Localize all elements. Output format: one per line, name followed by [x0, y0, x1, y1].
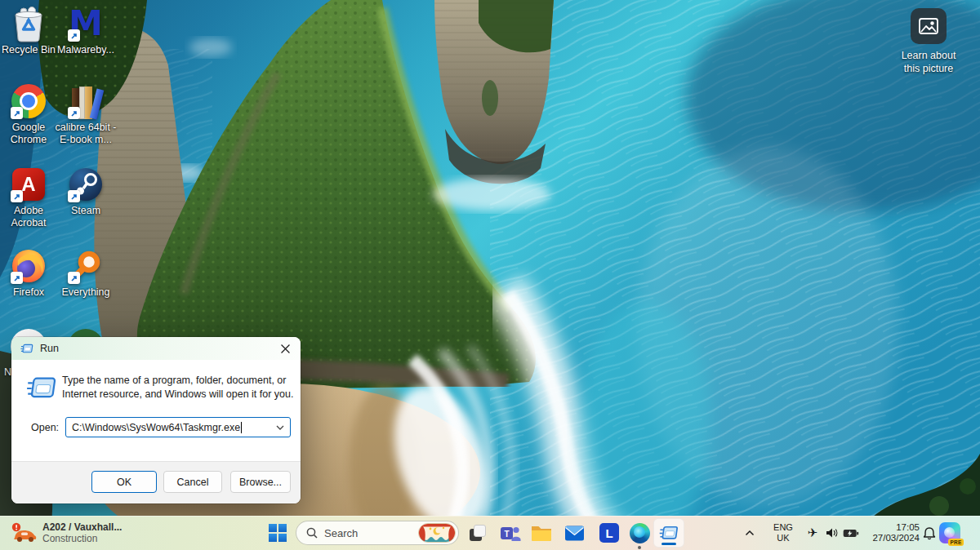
svg-text:T: T — [504, 530, 509, 539]
text-caret — [241, 422, 242, 433]
task-view-button[interactable] — [467, 522, 488, 543]
open-label: Open: — [31, 422, 59, 433]
search-icon — [306, 527, 318, 539]
shortcut-arrow-icon — [11, 190, 23, 202]
edge-icon — [630, 523, 650, 543]
cancel-button[interactable]: Cancel — [163, 471, 222, 493]
adobe-acrobat-icon: A — [10, 166, 47, 203]
shortcut-arrow-icon — [11, 107, 23, 119]
mail-app-button[interactable] — [564, 522, 585, 543]
airplane-icon: ✈ — [808, 526, 818, 540]
language-indicator[interactable]: ENG UK — [771, 522, 795, 543]
spotlight-learn-about-picture[interactable]: Learn about this picture — [892, 8, 965, 75]
close-icon — [281, 344, 290, 353]
run-window-icon — [20, 344, 33, 354]
chevron-down-icon[interactable] — [276, 425, 284, 430]
chevron-up-icon — [745, 530, 755, 536]
volume-button[interactable] — [823, 522, 840, 543]
desktop-icon-label: Steam — [71, 205, 100, 217]
teams-icon: T — [500, 522, 521, 543]
desktop-icon-label: Malwareby... — [57, 44, 114, 56]
firefox-icon — [10, 247, 47, 285]
picture-icon — [911, 8, 947, 44]
l-app-icon: L — [599, 523, 619, 543]
close-button[interactable] — [270, 337, 301, 360]
notifications-button[interactable] — [921, 522, 938, 543]
mail-icon — [564, 526, 585, 541]
search-box[interactable]: Search — [296, 521, 459, 545]
copilot-button[interactable]: PRE — [939, 522, 960, 543]
copilot-pre-badge: PRE — [948, 539, 964, 546]
search-placeholder: Search — [324, 527, 358, 539]
active-app-indicator — [662, 543, 676, 545]
shortcut-arrow-icon — [68, 190, 80, 202]
file-explorer-button[interactable] — [531, 522, 552, 543]
run-dialog: Run Type the name of a program, folder, … — [11, 337, 301, 503]
desktop-icon-label: Everything — [61, 286, 109, 299]
recycle-bin-icon — [10, 5, 47, 42]
speaker-icon — [825, 527, 838, 539]
calibre-icon — [67, 82, 105, 120]
traffic-car-icon — [11, 522, 37, 544]
run-dialog-message: Type the name of a program, folder, docu… — [62, 374, 294, 401]
open-input-value: C:\Windows\SysWow64\Taskmgr.exe — [72, 422, 240, 433]
widgets-button[interactable]: A202 / Vauxhall... Construction — [7, 518, 126, 548]
desktop-icon-malwarebytes[interactable]: M Malwareby... — [45, 5, 127, 56]
shortcut-arrow-icon — [11, 272, 23, 284]
steam-icon — [67, 166, 105, 203]
open-input[interactable]: C:\Windows\SysWow64\Taskmgr.exe — [65, 417, 291, 437]
bell-icon — [923, 526, 936, 540]
desktop-icon-calibre[interactable]: calibre 64bit - E-book m... — [45, 82, 127, 146]
language-line2: UK — [771, 533, 795, 543]
shortcut-arrow-icon — [68, 29, 80, 42]
l-app-button[interactable]: L — [599, 522, 620, 543]
run-dialog-footer: OK Cancel Browse... — [11, 461, 301, 503]
widget-headline: A202 / Vauxhall... — [42, 521, 122, 533]
teams-app-button[interactable]: T — [500, 522, 521, 543]
desktop-icon-steam[interactable]: Steam — [45, 166, 127, 217]
ok-button[interactable]: OK — [91, 471, 157, 493]
run-dialog-titlebar[interactable]: Run — [11, 337, 301, 360]
copilot-icon — [944, 527, 955, 538]
run-dialog-title: Run — [40, 343, 59, 354]
taskbar: A202 / Vauxhall... Construction Search — [0, 516, 980, 550]
start-button[interactable] — [260, 520, 296, 546]
tray-time: 17:05 — [859, 522, 920, 533]
edge-browser-button[interactable] — [629, 522, 650, 543]
spotlight-label: Learn about this picture — [894, 49, 963, 75]
airplane-mode-button[interactable]: ✈ — [804, 522, 822, 543]
run-dialog-body: Type the name of a program, folder, docu… — [11, 360, 301, 461]
partial-icon-label: N — [4, 366, 11, 378]
windows-logo-icon — [269, 524, 287, 542]
language-line1: ENG — [771, 522, 795, 533]
edge-running-indicator — [638, 546, 641, 549]
desktop-icon-label: Firefox — [13, 286, 44, 299]
search-highlight-button[interactable] — [418, 523, 456, 543]
shortcut-arrow-icon — [68, 272, 80, 284]
file-explorer-icon — [531, 524, 552, 542]
malwarebytes-icon: M — [67, 5, 105, 42]
google-chrome-icon — [10, 82, 47, 120]
desktop-icon-everything[interactable]: Everything — [45, 247, 127, 299]
everything-icon — [67, 247, 105, 285]
run-app-icon — [659, 526, 679, 541]
battery-button[interactable] — [841, 522, 861, 543]
clock[interactable]: 17:05 27/03/2024 — [859, 522, 920, 543]
shortcut-arrow-icon — [68, 107, 80, 119]
desktop-icon-label: calibre 64bit - E-book m... — [51, 122, 121, 146]
run-window-icon-large — [26, 376, 57, 401]
battery-charging-icon — [843, 528, 859, 539]
widget-subline: Construction — [42, 533, 122, 544]
run-app-taskbar-button[interactable] — [653, 518, 684, 548]
hidden-icons-chevron[interactable] — [742, 522, 758, 543]
tray-date: 27/03/2024 — [859, 533, 920, 543]
browse-button[interactable]: Browse... — [230, 471, 291, 493]
